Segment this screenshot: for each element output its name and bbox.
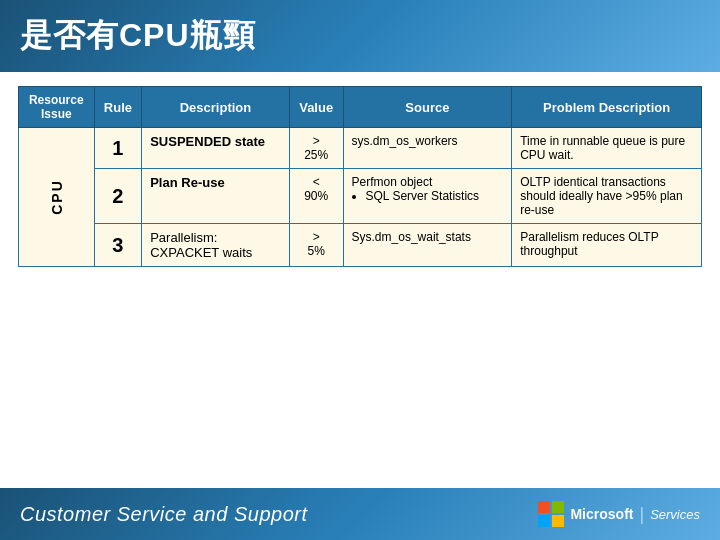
- rule-cell-2: 2: [94, 169, 142, 224]
- col-header-rule: Rule: [94, 87, 142, 128]
- value-line1-2: <: [313, 175, 320, 189]
- rule-cell-1: 1: [94, 128, 142, 169]
- svg-rect-3: [552, 515, 564, 527]
- cpu-label: CPU: [48, 179, 64, 215]
- col-header-description: Description: [142, 87, 290, 128]
- value-line2-3: 5%: [307, 244, 324, 258]
- microsoft-logo: [538, 501, 564, 527]
- description-text-3: Parallelism: CXPACKET waits: [150, 230, 252, 260]
- table-row: 3 Parallelism: CXPACKET waits > 5% Sys.d…: [19, 224, 702, 267]
- page-title: 是否有CPU瓶頸: [20, 14, 256, 58]
- value-line2-1: 25%: [304, 148, 328, 162]
- col-header-value: Value: [289, 87, 343, 128]
- table-header-row: Resource Issue Rule Description Value So…: [19, 87, 702, 128]
- description-cell-3: Parallelism: CXPACKET waits: [142, 224, 290, 267]
- table-row: 2 Plan Re-use < 90% Perfmon object SQL S…: [19, 169, 702, 224]
- description-text-1: SUSPENDED state: [150, 134, 265, 149]
- svg-rect-1: [552, 501, 564, 513]
- rule-cell-3: 3: [94, 224, 142, 267]
- footer-branding: Microsoft | Services: [538, 501, 700, 527]
- col-header-problem: Problem Description: [512, 87, 702, 128]
- divider-icon: |: [639, 504, 644, 525]
- microsoft-label: Microsoft: [570, 506, 633, 522]
- footer-tagline: Customer Service and Support: [20, 503, 307, 526]
- source-cell-2: Perfmon object SQL Server Statistics: [343, 169, 512, 224]
- services-label: Services: [650, 507, 700, 522]
- page-header: 是否有CPU瓶頸: [0, 0, 720, 72]
- ms-logo-icon: [538, 501, 564, 527]
- svg-rect-2: [538, 515, 550, 527]
- page-footer: Customer Service and Support Microsoft |…: [0, 488, 720, 540]
- data-table: Resource Issue Rule Description Value So…: [18, 86, 702, 267]
- description-text-2: Plan Re-use: [150, 175, 224, 190]
- description-cell-1: SUSPENDED state: [142, 128, 290, 169]
- source-bullet-2: SQL Server Statistics: [366, 189, 504, 203]
- value-cell-3: > 5%: [289, 224, 343, 267]
- source-cell-1: sys.dm_os_workers: [343, 128, 512, 169]
- value-line2-2: 90%: [304, 189, 328, 203]
- resource-cell-1: CPU: [19, 128, 95, 267]
- table-row: CPU 1 SUSPENDED state > 25% sys.dm_os_wo…: [19, 128, 702, 169]
- value-cell-2: < 90%: [289, 169, 343, 224]
- problem-cell-3: Parallelism reduces OLTP throughput: [512, 224, 702, 267]
- col-header-resource: Resource Issue: [19, 87, 95, 128]
- value-cell-1: > 25%: [289, 128, 343, 169]
- value-line1-1: >: [313, 134, 320, 148]
- problem-cell-2: OLTP identical transactions should ideal…: [512, 169, 702, 224]
- svg-rect-0: [538, 501, 550, 513]
- col-header-source: Source: [343, 87, 512, 128]
- source-cell-3: Sys.dm_os_wait_stats: [343, 224, 512, 267]
- main-content: Resource Issue Rule Description Value So…: [0, 72, 720, 277]
- value-line1-3: >: [313, 230, 320, 244]
- description-cell-2: Plan Re-use: [142, 169, 290, 224]
- problem-cell-1: Time in runnable queue is pure CPU wait.: [512, 128, 702, 169]
- source-header-2: Perfmon object: [352, 175, 433, 189]
